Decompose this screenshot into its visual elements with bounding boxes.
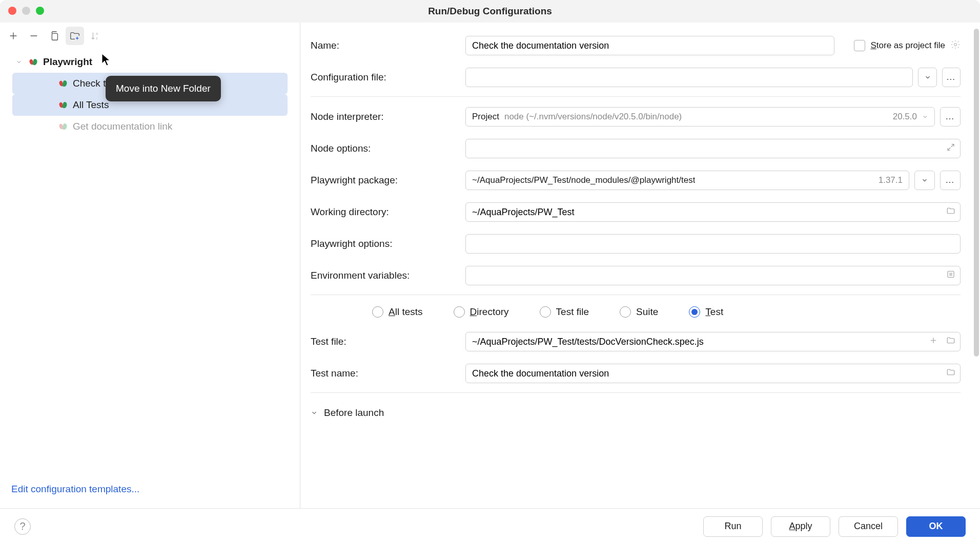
dialog-footer: ? Run Apply Cancel OK (0, 508, 980, 544)
chevron-down-icon (311, 409, 318, 416)
run-debug-config-dialog: Run/Debug Configurations az (0, 0, 980, 544)
copy-config-button[interactable] (45, 27, 64, 45)
folder-icon[interactable] (946, 336, 955, 348)
playwright-options-input[interactable] (465, 234, 961, 254)
ellipsis-icon: ... (946, 177, 954, 184)
tree-group-label: Playwright (43, 56, 92, 68)
scope-radio-suite[interactable]: Suite (620, 306, 658, 318)
node-options-input[interactable] (465, 139, 961, 158)
scope-radio-group: All tests Directory Test file Suite Test (311, 299, 961, 326)
scope-radio-directory[interactable]: Directory (454, 306, 509, 318)
env-vars-label: Environment variables: (311, 270, 459, 281)
config-file-label: Configuration file: (311, 72, 459, 83)
scrollbar[interactable] (974, 29, 979, 377)
node-interpreter-path: node (~/.nvm/versions/node/v20.5.0/bin/n… (504, 112, 682, 122)
ellipsis-icon: ... (946, 113, 954, 121)
help-button[interactable]: ? (14, 518, 31, 535)
minimize-window-button[interactable] (22, 7, 30, 15)
sort-alpha-icon: az (90, 30, 101, 41)
add-config-button[interactable] (4, 27, 23, 45)
playwright-options-label: Playwright options: (311, 238, 459, 249)
ellipsis-icon: ... (947, 74, 955, 81)
list-icon[interactable] (946, 270, 955, 282)
test-file-input[interactable] (465, 332, 961, 351)
playwright-package-combo[interactable]: ~/AquaProjects/PW_Test/node_modules/@pla… (465, 171, 909, 190)
playwright-icon (28, 58, 39, 66)
playwright-icon (57, 122, 69, 131)
test-name-label: Test name: (311, 368, 459, 379)
node-interpreter-label: Node interpreter: (311, 111, 459, 122)
dialog-title: Run/Debug Configurations (428, 6, 552, 17)
folder-icon[interactable] (946, 368, 955, 380)
minus-icon (28, 30, 39, 41)
tree-group-playwright[interactable]: Playwright (2, 51, 298, 73)
env-vars-input[interactable] (465, 266, 961, 285)
scope-radio-test-file[interactable]: Test file (540, 306, 589, 318)
close-window-button[interactable] (8, 7, 16, 15)
chevron-down-icon (924, 74, 931, 81)
playwright-package-version: 1.37.1 (879, 175, 903, 185)
svg-text:a: a (96, 31, 98, 36)
node-interpreter-primary: Project (472, 112, 499, 122)
config-form: Name: Store as project file Configuratio… (300, 23, 980, 508)
chevron-down-icon (922, 114, 928, 120)
node-interpreter-combo[interactable]: Project node (~/.nvm/versions/node/v20.5… (465, 107, 935, 127)
run-button[interactable]: Run (703, 516, 763, 537)
copy-icon (49, 30, 60, 41)
store-as-project-file-label: Store as project file (870, 40, 945, 51)
playwright-package-label: Playwright package: (311, 175, 459, 186)
playwright-package-path: ~/AquaProjects/PW_Test/node_modules/@pla… (472, 175, 695, 185)
name-input[interactable] (465, 36, 834, 55)
before-launch-section[interactable]: Before launch (311, 397, 961, 419)
tree-item-all-tests[interactable]: All Tests (12, 94, 288, 116)
test-name-input[interactable] (465, 364, 961, 383)
configurations-sidebar: az Playwright Check the (0, 23, 300, 508)
sort-configs-button[interactable]: az (86, 27, 105, 45)
expand-icon[interactable] (946, 143, 955, 155)
playwright-icon (57, 79, 69, 88)
playwright-package-history-dropdown[interactable] (914, 171, 935, 190)
test-file-label: Test file: (311, 336, 459, 347)
section-divider (311, 295, 961, 295)
apply-button[interactable]: Apply (771, 516, 830, 537)
config-file-history-dropdown[interactable] (918, 68, 936, 87)
chevron-down-icon (921, 177, 928, 184)
config-file-input[interactable] (465, 68, 913, 87)
working-dir-input[interactable] (465, 202, 961, 222)
tree-item-get-doc-link[interactable]: Get documentation link (12, 116, 288, 137)
plus-icon[interactable] (929, 336, 938, 348)
cancel-button[interactable]: Cancel (839, 516, 898, 537)
edit-templates-link[interactable]: Edit configuration templates... (0, 474, 300, 508)
store-as-project-file-checkbox[interactable] (854, 40, 865, 51)
titlebar: Run/Debug Configurations (0, 0, 980, 23)
traffic-lights (8, 7, 44, 15)
playwright-icon (57, 101, 69, 109)
plus-icon (8, 30, 19, 41)
gear-icon[interactable] (950, 39, 961, 52)
node-interpreter-browse-button[interactable]: ... (940, 107, 961, 127)
configurations-tree[interactable]: Playwright Check the documentation versi… (0, 49, 300, 474)
zoom-window-button[interactable] (36, 7, 44, 15)
ok-button[interactable]: OK (906, 516, 966, 537)
section-divider (311, 96, 961, 97)
scrollbar-thumb[interactable] (974, 29, 979, 357)
config-file-browse-button[interactable]: ... (942, 68, 961, 87)
sidebar-toolbar: az (0, 23, 300, 49)
folder-plus-icon (69, 30, 80, 41)
tree-item-label: All Tests (73, 99, 109, 111)
svg-rect-0 (52, 33, 57, 40)
folder-icon[interactable] (946, 206, 955, 218)
tree-item-check-doc-version[interactable]: Check the documentation version (12, 73, 288, 94)
new-folder-button[interactable] (66, 27, 84, 45)
chevron-down-icon (14, 59, 24, 65)
svg-point-3 (954, 43, 957, 46)
node-interpreter-version: 20.5.0 (893, 112, 917, 122)
name-label: Name: (311, 40, 459, 51)
tree-item-label: Check the documentation version (73, 78, 217, 89)
playwright-package-browse-button[interactable]: ... (940, 171, 961, 190)
remove-config-button[interactable] (25, 27, 43, 45)
node-options-label: Node options: (311, 143, 459, 154)
scope-radio-all-tests[interactable]: All tests (372, 306, 423, 318)
scope-radio-test[interactable]: Test (689, 306, 723, 318)
svg-text:z: z (96, 36, 98, 40)
